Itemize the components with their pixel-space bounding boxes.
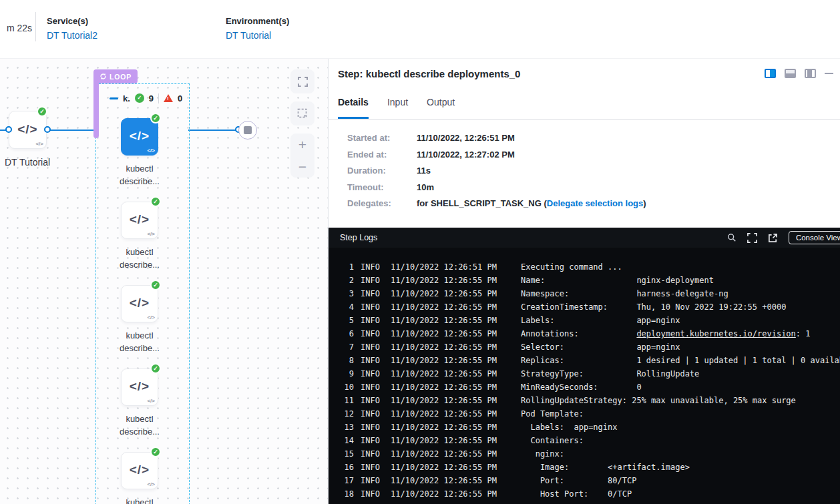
node-label-line: kubectl: [99, 162, 180, 175]
node-label-line: kubectl: [99, 329, 180, 342]
log-timestamp: 11/10/2022 12:26:55 PM: [391, 487, 499, 501]
node-label-dt-tutorial: DT Tutorial: [0, 156, 67, 169]
detail-label: Delegates:: [347, 199, 417, 208]
log-level: INFO: [361, 300, 381, 314]
log-line: 18INFO11/10/2022 12:26:55 PM Host Port: …: [337, 487, 840, 501]
detail-row: Timeout:10m: [347, 183, 646, 192]
detail-label: Duration:: [347, 166, 417, 176]
log-message: Executing command ...: [521, 260, 840, 274]
success-badge-icon: ✓: [150, 280, 161, 290]
node-label-line: kubectl: [99, 496, 180, 504]
group-name: k.: [123, 93, 130, 103]
log-level: INFO: [361, 274, 381, 287]
environment-link[interactable]: DT Tutorial: [226, 30, 289, 41]
side-view-icon[interactable]: [805, 69, 816, 78]
success-count: 9: [149, 93, 154, 103]
log-timestamp: 11/10/2022 12:26:55 PM: [391, 421, 499, 434]
log-message: nginx:: [521, 447, 840, 461]
log-line-number: 8: [337, 354, 354, 367]
node-kubectl-describe[interactable]: </></>: [121, 202, 158, 239]
split-view-icon[interactable]: [765, 69, 776, 78]
loop-badge[interactable]: LOOP: [95, 69, 138, 83]
delegate-selection-logs-link[interactable]: Delegate selection logs: [547, 198, 644, 208]
step-logs-body[interactable]: 1INFO11/10/2022 12:26:51 PMExecuting com…: [329, 248, 840, 501]
log-message: Namespace: harness-delegate-ng: [521, 287, 840, 300]
zoom-in-button[interactable]: +: [298, 138, 306, 152]
detail-row: Ended at:11/10/2022, 12:27:02 PM: [347, 150, 646, 160]
node-label-line: describe...: [99, 175, 180, 188]
log-line: 14INFO11/10/2022 12:26:55 PM Containers:: [337, 434, 840, 447]
reset-zoom-button[interactable]: [290, 101, 314, 125]
fit-to-screen-button[interactable]: [290, 69, 314, 93]
log-message: CreationTimestamp: Thu, 10 Nov 2022 19:2…: [521, 300, 840, 314]
stop-icon: [244, 126, 252, 134]
log-timestamp: 11/10/2022 12:26:55 PM: [391, 340, 499, 354]
log-message: Image: <+artifact.image>: [521, 461, 840, 474]
bottom-view-icon[interactable]: [785, 69, 796, 78]
tab-input[interactable]: Input: [387, 97, 408, 119]
node-kubectl-describe[interactable]: </></>: [121, 285, 158, 322]
services-label: Service(s): [47, 16, 97, 26]
console-view-button[interactable]: Console View: [789, 231, 840, 244]
pipeline-canvas[interactable]: </> </> ✓ DT Tutorial LOOP k. ✓ 9 0: [0, 59, 328, 504]
log-line: 1INFO11/10/2022 12:26:51 PMExecuting com…: [337, 260, 840, 274]
success-badge-icon: ✓: [37, 106, 47, 117]
panel-layout-controls: [765, 69, 833, 78]
node-kubectl-describe[interactable]: </></>: [121, 368, 158, 406]
log-annotation-link[interactable]: deployment.kubernetes.io/revision: [636, 329, 795, 338]
log-timestamp: 11/10/2022 12:26:55 PM: [391, 461, 499, 474]
success-badge-icon: ✓: [150, 447, 161, 457]
log-line-number: 2: [337, 274, 354, 287]
collapse-icon[interactable]: [110, 97, 118, 99]
log-level: INFO: [361, 287, 381, 300]
detail-label: Ended at:: [347, 150, 417, 160]
code-icon: </>: [122, 379, 158, 394]
loop-icon: [99, 73, 107, 80]
failed-count: 0: [178, 93, 182, 103]
success-count-icon: ✓: [135, 93, 144, 103]
tab-details[interactable]: Details: [338, 97, 369, 119]
tabs-divider: [329, 119, 840, 119]
log-level: INFO: [361, 394, 381, 407]
service-link[interactable]: DT Tutorial2: [47, 30, 97, 41]
code-mini-icon: </>: [147, 231, 155, 237]
node-kubectl-describe[interactable]: </></>: [121, 452, 158, 489]
log-level: INFO: [361, 487, 381, 501]
open-logs-new-tab-button[interactable]: [768, 233, 778, 243]
log-message: Port: 80/TCP: [521, 474, 840, 487]
fullscreen-icon: [747, 233, 757, 243]
detail-label: Timeout:: [347, 183, 417, 192]
log-line: 13INFO11/10/2022 12:26:55 PM Labels: app…: [337, 421, 840, 434]
tab-output[interactable]: Output: [427, 97, 455, 119]
node-stop[interactable]: [238, 121, 257, 140]
code-icon: </>: [122, 296, 158, 310]
code-mini-icon: </>: [35, 141, 43, 147]
node-kubectl-describe[interactable]: </></>: [121, 118, 158, 156]
detail-row: Started at:11/10/2022, 12:26:51 PM: [347, 134, 646, 143]
zoom-out-button[interactable]: −: [298, 160, 306, 174]
node-label-line: kubectl: [99, 246, 180, 258]
log-line: 6INFO11/10/2022 12:26:55 PMAnnotations: …: [337, 327, 840, 340]
failed-count-icon: [164, 94, 173, 102]
search-logs-button[interactable]: [727, 233, 737, 242]
log-line-number: 7: [337, 340, 354, 354]
node-label-line: describe...: [99, 258, 180, 271]
log-level: INFO: [361, 314, 381, 327]
log-level: INFO: [361, 340, 381, 354]
connector-dot-left: [5, 126, 12, 133]
log-line: 2INFO11/10/2022 12:26:55 PMName: nginx-d…: [337, 274, 840, 287]
detail-value-prefix: for SHELL_SCRIPT_TASK_NG (: [417, 198, 547, 208]
step-tabs: DetailsInputOutput: [338, 97, 455, 119]
log-message: Host Port: 0/TCP: [521, 487, 840, 501]
log-level: INFO: [361, 327, 381, 340]
log-line-number: 10: [337, 381, 354, 394]
search-icon: [727, 233, 737, 242]
code-icon: </>: [122, 463, 158, 477]
fullscreen-logs-button[interactable]: [747, 233, 757, 243]
environments-block: Environment(s) DT Tutorial: [226, 16, 289, 41]
log-line: 7INFO11/10/2022 12:26:55 PMSelector: app…: [337, 340, 840, 354]
minimize-icon[interactable]: [825, 73, 833, 74]
log-message: StrategyType: RollingUpdate: [521, 367, 840, 381]
log-line-number: 3: [337, 287, 354, 300]
loop-badge-label: LOOP: [110, 73, 132, 81]
